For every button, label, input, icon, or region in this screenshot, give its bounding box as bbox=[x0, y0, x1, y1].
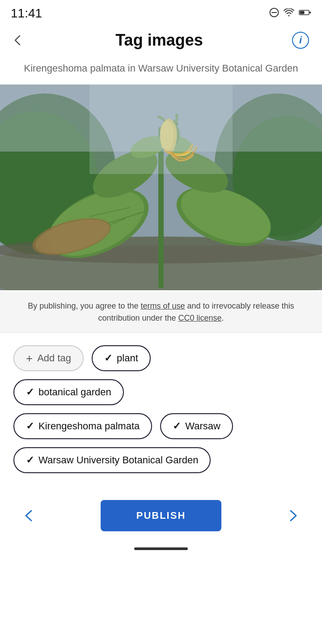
plant-image bbox=[0, 85, 322, 290]
bottom-navigation: PUBLISH bbox=[0, 487, 322, 540]
tag-label-plant: plant bbox=[117, 352, 138, 364]
svg-rect-4 bbox=[309, 12, 311, 13]
info-button[interactable]: i bbox=[290, 30, 311, 51]
tag-chip-warsaw[interactable]: ✓ Warsaw bbox=[160, 413, 233, 439]
tag-label-wubg: Warsaw University Botanical Garden bbox=[38, 454, 198, 466]
back-button[interactable] bbox=[7, 30, 29, 51]
tag-label-botanical-garden: botanical garden bbox=[38, 386, 111, 398]
header: Tag images i bbox=[0, 25, 322, 55]
license-text: By publishing, you agree to the terms of… bbox=[28, 301, 294, 322]
info-icon: i bbox=[292, 32, 309, 49]
svg-rect-3 bbox=[300, 11, 305, 14]
check-icon: ✓ bbox=[104, 352, 112, 364]
tag-chip-kirengeshoma[interactable]: ✓ Kirengeshoma palmata bbox=[13, 413, 152, 439]
image-subtitle: Kirengeshoma palmata in Warsaw Universit… bbox=[0, 55, 322, 85]
status-icons bbox=[269, 8, 311, 19]
tag-chip-botanical-garden[interactable]: ✓ botanical garden bbox=[13, 379, 124, 405]
license-bar: By publishing, you agree to the terms of… bbox=[0, 292, 322, 333]
check-icon: ✓ bbox=[26, 386, 34, 398]
add-tag-button[interactable]: + Add tag bbox=[13, 345, 84, 371]
tag-chip-plant[interactable]: ✓ plant bbox=[92, 345, 151, 371]
home-indicator bbox=[134, 547, 188, 550]
tag-label-warsaw: Warsaw bbox=[185, 420, 220, 432]
next-button[interactable] bbox=[282, 504, 304, 527]
plus-icon: + bbox=[26, 352, 33, 364]
wifi-icon bbox=[284, 8, 294, 18]
add-tag-label: Add tag bbox=[37, 352, 71, 364]
check-icon: ✓ bbox=[173, 420, 181, 432]
tags-row-2: ✓ botanical garden bbox=[13, 379, 309, 405]
tags-section: + Add tag ✓ plant ✓ botanical garden ✓ K… bbox=[0, 333, 322, 482]
prev-button[interactable] bbox=[18, 504, 40, 527]
do-not-disturb-icon bbox=[269, 8, 279, 19]
battery-icon bbox=[299, 9, 311, 17]
terms-of-use-link[interactable]: terms of use bbox=[141, 301, 185, 310]
check-icon: ✓ bbox=[26, 454, 34, 466]
status-time: 11:41 bbox=[11, 6, 42, 21]
status-bar: 11:41 bbox=[0, 0, 322, 25]
cc0-license-link[interactable]: CC0 license bbox=[178, 314, 222, 322]
tag-label-kirengeshoma: Kirengeshoma palmata bbox=[38, 420, 140, 432]
tags-row-3: ✓ Kirengeshoma palmata ✓ Warsaw bbox=[13, 413, 309, 439]
image-container bbox=[0, 85, 322, 292]
page-title: Tag images bbox=[29, 31, 290, 50]
tag-chip-wubg[interactable]: ✓ Warsaw University Botanical Garden bbox=[13, 447, 211, 473]
svg-rect-29 bbox=[89, 85, 233, 174]
publish-button[interactable]: PUBLISH bbox=[101, 500, 222, 531]
tags-row-4: ✓ Warsaw University Botanical Garden bbox=[13, 447, 309, 473]
tags-row-1: + Add tag ✓ plant bbox=[13, 345, 309, 371]
bottom-bar bbox=[0, 540, 322, 555]
check-icon: ✓ bbox=[26, 420, 34, 432]
